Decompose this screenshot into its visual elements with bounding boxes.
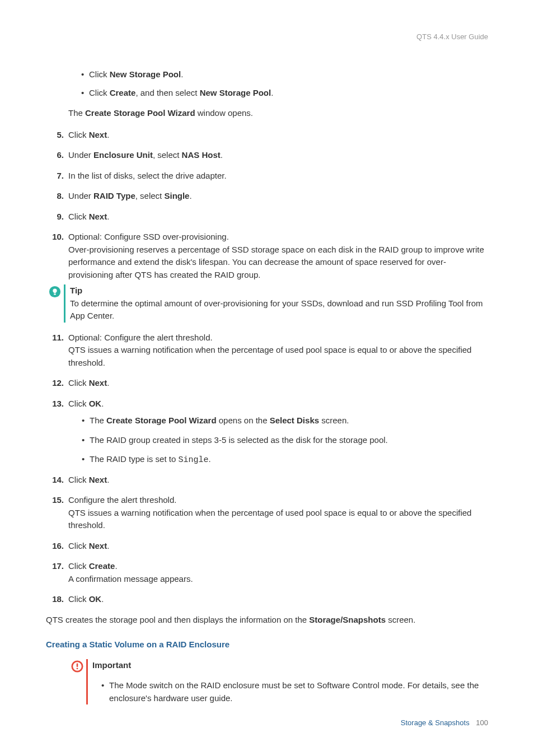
svg-rect-1 (54, 293, 56, 295)
text-bold: Create (89, 561, 115, 571)
step-number: 14. (46, 474, 68, 487)
step-body: Click Next. (68, 211, 488, 223)
step-number: 5. (46, 129, 68, 142)
svg-rect-3 (77, 663, 78, 666)
text-bold: Next (89, 130, 107, 139)
step-number: 12. (46, 377, 68, 390)
text-bold: Next (89, 475, 107, 484)
text-bold: Create Storage Pool Wizard (85, 108, 195, 118)
text: Click (68, 130, 89, 139)
step-body: Under Enclosure Unit, select NAS Host. (68, 149, 488, 162)
tip-text: To determine the optimal amount of over-… (70, 297, 488, 323)
step-16: 16. Click Next. (46, 540, 488, 553)
step-body: Click OK. (68, 593, 488, 606)
text-bold: Storage/Snapshots (309, 615, 386, 624)
step-number: 6. (46, 149, 68, 162)
text: . (107, 212, 109, 221)
text-bold: Create Storage Pool Wizard (106, 416, 217, 425)
tip-icon (46, 284, 64, 323)
text: Click (68, 594, 89, 604)
text: . (208, 454, 210, 464)
text-bold: Create (110, 88, 136, 97)
step-number: 8. (46, 190, 68, 203)
tip-callout: Tip To determine the optimal amount of o… (46, 284, 488, 323)
text-bold: New Storage Pool (200, 88, 271, 97)
text: , select (135, 191, 165, 200)
step-7: 7. In the list of disks, select the driv… (46, 170, 488, 183)
important-icon (68, 659, 86, 705)
text: Under (68, 150, 93, 160)
text: Optional: Configure SSD over-provisionin… (68, 231, 488, 244)
bullet-item: The RAID group created in steps 3-5 is s… (82, 434, 488, 447)
text: Click (89, 88, 110, 97)
step-number: 13. (46, 398, 68, 410)
step-10: 10. Optional: Configure SSD over-provisi… (46, 231, 488, 281)
intro-bullets: Click New Storage Pool. Click Create, an… (81, 68, 488, 99)
text: opens on the (217, 416, 270, 425)
text: window opens. (195, 108, 253, 118)
text-bold: OK (89, 399, 102, 408)
section-heading: Creating a Static Volume on a RAID Enclo… (46, 638, 488, 651)
text: Click (68, 399, 89, 408)
step-number: 7. (46, 170, 68, 183)
text: QTS issues a warning notification when t… (68, 344, 488, 369)
code-inline: Single (178, 455, 208, 465)
header-guide-title: QTS 4.4.x User Guide (416, 31, 488, 43)
text: Optional: Configure the alert threshold. (68, 332, 488, 344)
text: . (271, 88, 273, 97)
text: . (101, 399, 104, 408)
text-bold: Next (89, 541, 107, 550)
step-body: Click Next. (68, 474, 488, 487)
step-number: 10. (46, 231, 68, 281)
step-11: 11. Optional: Configure the alert thresh… (46, 332, 488, 370)
step-6: 6. Under Enclosure Unit, select NAS Host… (46, 149, 488, 162)
step-15: 15. Configure the alert threshold. QTS i… (46, 494, 488, 532)
text: Click (68, 561, 89, 571)
text: . (107, 541, 109, 550)
text: screen. (386, 615, 415, 624)
svg-point-4 (77, 668, 78, 669)
step-number: 11. (46, 332, 68, 370)
text: Click (89, 69, 110, 79)
text: . (181, 69, 183, 79)
text-bold: Single (164, 191, 189, 200)
bullet-item: • The Mode switch on the RAID enclosure … (101, 679, 488, 704)
important-callout: Important • The Mode switch on the RAID … (68, 659, 488, 705)
text: . (189, 191, 191, 200)
text: Under (68, 191, 93, 200)
text: . (221, 150, 223, 160)
text: . (107, 378, 109, 388)
closing-paragraph: QTS creates the storage pool and then di… (46, 614, 488, 627)
step-number: 18. (46, 593, 68, 606)
step-body: Click Next. (68, 540, 488, 553)
bullet-item: Click New Storage Pool. (81, 68, 488, 81)
intro-paragraph: The Create Storage Pool Wizard window op… (68, 107, 488, 120)
step-body: Click Create. A confirmation message app… (68, 560, 488, 585)
step-13: 13. Click OK. (46, 398, 488, 410)
step-body: Optional: Configure the alert threshold.… (68, 332, 488, 370)
footer-section: Storage & Snapshots (401, 718, 470, 727)
step-14: 14. Click Next. (46, 474, 488, 487)
text-bold: NAS Host (182, 150, 221, 160)
text: The (90, 416, 106, 425)
text-bold: Next (89, 378, 107, 388)
page-content: Click New Storage Pool. Click Create, an… (46, 68, 488, 704)
bullet-item: Click Create, and then select New Storag… (81, 87, 488, 100)
text: Over-provisioning reserves a percentage … (68, 244, 488, 282)
step-body: Under RAID Type, select Single. (68, 190, 488, 203)
text: The Mode switch on the RAID enclosure mu… (109, 680, 479, 703)
text: Click (68, 378, 89, 388)
tip-bar (64, 284, 65, 323)
page-footer: Storage & Snapshots 100 (401, 717, 488, 729)
step-13-sublist: The Create Storage Pool Wizard opens on … (68, 414, 488, 467)
step-17: 17. Click Create. A confirmation message… (46, 560, 488, 585)
text-bold: New Storage Pool (110, 69, 181, 79)
step-body: Click Next. (68, 377, 488, 390)
bullet-item: The Create Storage Pool Wizard opens on … (82, 414, 488, 427)
important-body: Important • The Mode switch on the RAID … (92, 659, 488, 705)
bullet-item: The RAID type is set to Single. (82, 453, 488, 467)
step-body: Optional: Configure SSD over-provisionin… (68, 231, 488, 281)
step-body: In the list of disks, select the drive a… (68, 170, 488, 183)
step-number: 16. (46, 540, 68, 553)
text-bold: Next (89, 212, 107, 221)
